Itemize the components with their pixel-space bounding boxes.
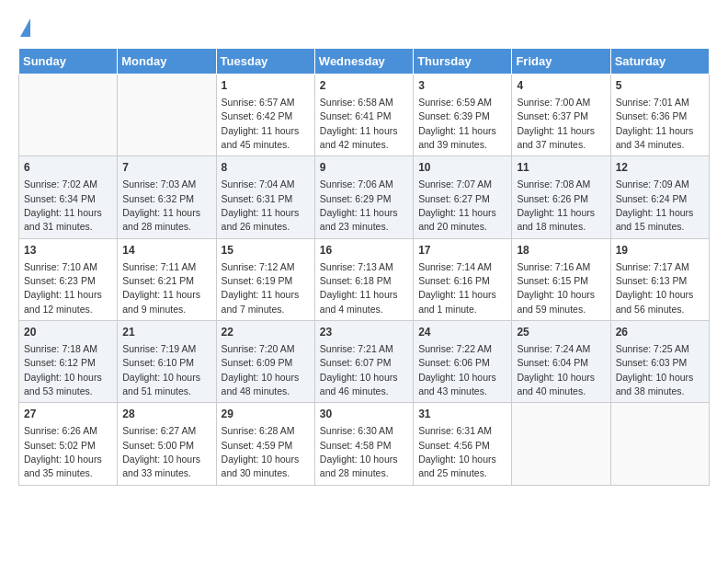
day-number: 6: [24, 160, 112, 176]
day-number: 11: [517, 160, 605, 176]
day-info: Sunrise: 7:21 AM Sunset: 6:07 PM Dayligh…: [320, 343, 398, 396]
day-number: 10: [418, 160, 506, 176]
calendar-week-row: 1Sunrise: 6:57 AM Sunset: 6:42 PM Daylig…: [19, 75, 710, 156]
calendar-day-cell: 24Sunrise: 7:22 AM Sunset: 6:06 PM Dayli…: [414, 321, 512, 403]
calendar-day-cell: 15Sunrise: 7:12 AM Sunset: 6:19 PM Dayli…: [216, 238, 314, 320]
day-number: 17: [418, 243, 506, 259]
day-info: Sunrise: 7:24 AM Sunset: 6:04 PM Dayligh…: [517, 343, 595, 396]
calendar-day-cell: 7Sunrise: 7:03 AM Sunset: 6:32 PM Daylig…: [118, 156, 216, 238]
day-number: 8: [222, 160, 310, 176]
day-info: Sunrise: 7:01 AM Sunset: 6:36 PM Dayligh…: [616, 97, 694, 150]
day-info: Sunrise: 7:04 AM Sunset: 6:31 PM Dayligh…: [222, 178, 300, 232]
day-info: Sunrise: 7:20 AM Sunset: 6:09 PM Dayligh…: [222, 343, 300, 396]
calendar-day-cell: 16Sunrise: 7:13 AM Sunset: 6:18 PM Dayli…: [314, 238, 413, 320]
calendar-day-cell: 3Sunrise: 6:59 AM Sunset: 6:39 PM Daylig…: [414, 75, 512, 156]
day-number: 22: [222, 325, 310, 340]
day-number: 15: [222, 243, 310, 259]
logo-triangle-icon: [20, 18, 30, 37]
day-number: 3: [418, 78, 506, 94]
day-info: Sunrise: 7:12 AM Sunset: 6:19 PM Dayligh…: [222, 261, 300, 315]
calendar-day-cell: 6Sunrise: 7:02 AM Sunset: 6:34 PM Daylig…: [19, 156, 118, 238]
weekday-header-thursday: Thursday: [414, 49, 512, 75]
day-number: 24: [418, 325, 506, 340]
weekday-header-sunday: Sunday: [19, 49, 118, 75]
day-number: 26: [616, 325, 704, 340]
calendar-day-cell: [118, 75, 216, 156]
day-info: Sunrise: 7:25 AM Sunset: 6:03 PM Dayligh…: [616, 343, 694, 396]
weekday-header-friday: Friday: [512, 49, 610, 75]
day-info: Sunrise: 6:30 AM Sunset: 4:58 PM Dayligh…: [320, 425, 398, 478]
logo: [18, 18, 30, 39]
calendar-day-cell: 30Sunrise: 6:30 AM Sunset: 4:58 PM Dayli…: [314, 403, 413, 485]
day-number: 14: [122, 243, 210, 259]
day-info: Sunrise: 6:58 AM Sunset: 6:41 PM Dayligh…: [320, 97, 398, 150]
calendar-day-cell: 2Sunrise: 6:58 AM Sunset: 6:41 PM Daylig…: [314, 75, 413, 156]
calendar-day-cell: 13Sunrise: 7:10 AM Sunset: 6:23 PM Dayli…: [19, 238, 118, 320]
calendar-week-row: 6Sunrise: 7:02 AM Sunset: 6:34 PM Daylig…: [19, 156, 710, 238]
page-header: [18, 18, 710, 39]
calendar-day-cell: 19Sunrise: 7:17 AM Sunset: 6:13 PM Dayli…: [610, 238, 709, 320]
day-info: Sunrise: 7:19 AM Sunset: 6:10 PM Dayligh…: [122, 343, 200, 396]
calendar-day-cell: 4Sunrise: 7:00 AM Sunset: 6:37 PM Daylig…: [512, 75, 610, 156]
day-number: 25: [517, 325, 605, 340]
day-info: Sunrise: 7:09 AM Sunset: 6:24 PM Dayligh…: [616, 178, 694, 232]
day-number: 18: [517, 243, 605, 259]
calendar-day-cell: 31Sunrise: 6:31 AM Sunset: 4:56 PM Dayli…: [414, 403, 512, 485]
calendar-day-cell: 21Sunrise: 7:19 AM Sunset: 6:10 PM Dayli…: [118, 321, 216, 403]
calendar-day-cell: 5Sunrise: 7:01 AM Sunset: 6:36 PM Daylig…: [610, 75, 709, 156]
calendar-day-cell: 9Sunrise: 7:06 AM Sunset: 6:29 PM Daylig…: [314, 156, 413, 238]
day-number: 20: [24, 325, 112, 340]
weekday-header-tuesday: Tuesday: [216, 49, 314, 75]
day-number: 7: [122, 160, 210, 176]
day-number: 30: [320, 407, 408, 422]
day-number: 2: [320, 78, 408, 94]
day-info: Sunrise: 7:03 AM Sunset: 6:32 PM Dayligh…: [122, 178, 200, 232]
day-number: 21: [122, 325, 210, 340]
calendar-day-cell: 14Sunrise: 7:11 AM Sunset: 6:21 PM Dayli…: [118, 238, 216, 320]
day-number: 13: [24, 243, 112, 259]
calendar-day-cell: 29Sunrise: 6:28 AM Sunset: 4:59 PM Dayli…: [216, 403, 314, 485]
day-number: 19: [616, 243, 704, 259]
calendar-day-cell: 27Sunrise: 6:26 AM Sunset: 5:02 PM Dayli…: [19, 403, 118, 485]
day-info: Sunrise: 6:28 AM Sunset: 4:59 PM Dayligh…: [222, 425, 300, 478]
weekday-header-monday: Monday: [118, 49, 216, 75]
day-number: 4: [517, 78, 605, 94]
calendar-day-cell: 22Sunrise: 7:20 AM Sunset: 6:09 PM Dayli…: [216, 321, 314, 403]
calendar-day-cell: 11Sunrise: 7:08 AM Sunset: 6:26 PM Dayli…: [512, 156, 610, 238]
calendar-day-cell: 26Sunrise: 7:25 AM Sunset: 6:03 PM Dayli…: [610, 321, 709, 403]
calendar-day-cell: 18Sunrise: 7:16 AM Sunset: 6:15 PM Dayli…: [512, 238, 610, 320]
weekday-header-wednesday: Wednesday: [314, 49, 413, 75]
day-number: 31: [418, 407, 506, 422]
day-info: Sunrise: 7:07 AM Sunset: 6:27 PM Dayligh…: [418, 178, 496, 232]
day-number: 9: [320, 160, 408, 176]
day-info: Sunrise: 7:06 AM Sunset: 6:29 PM Dayligh…: [320, 178, 398, 232]
day-info: Sunrise: 7:11 AM Sunset: 6:21 PM Dayligh…: [122, 261, 200, 315]
day-info: Sunrise: 7:18 AM Sunset: 6:12 PM Dayligh…: [24, 343, 102, 396]
day-number: 29: [222, 407, 310, 422]
calendar-week-row: 27Sunrise: 6:26 AM Sunset: 5:02 PM Dayli…: [19, 403, 710, 485]
day-info: Sunrise: 7:08 AM Sunset: 6:26 PM Dayligh…: [517, 178, 595, 232]
calendar-day-cell: 17Sunrise: 7:14 AM Sunset: 6:16 PM Dayli…: [414, 238, 512, 320]
day-info: Sunrise: 6:26 AM Sunset: 5:02 PM Dayligh…: [24, 425, 102, 478]
calendar-day-cell: 10Sunrise: 7:07 AM Sunset: 6:27 PM Dayli…: [414, 156, 512, 238]
day-number: 27: [24, 407, 112, 422]
day-info: Sunrise: 7:14 AM Sunset: 6:16 PM Dayligh…: [418, 261, 496, 315]
calendar-day-cell: 23Sunrise: 7:21 AM Sunset: 6:07 PM Dayli…: [314, 321, 413, 403]
day-info: Sunrise: 6:27 AM Sunset: 5:00 PM Dayligh…: [122, 425, 200, 478]
calendar-week-row: 13Sunrise: 7:10 AM Sunset: 6:23 PM Dayli…: [19, 238, 710, 320]
calendar-day-cell: 1Sunrise: 6:57 AM Sunset: 6:42 PM Daylig…: [216, 75, 314, 156]
calendar-day-cell: [610, 403, 709, 485]
day-info: Sunrise: 7:02 AM Sunset: 6:34 PM Dayligh…: [24, 178, 102, 232]
day-number: 23: [320, 325, 408, 340]
day-info: Sunrise: 6:57 AM Sunset: 6:42 PM Dayligh…: [222, 97, 300, 150]
calendar-day-cell: [512, 403, 610, 485]
day-number: 28: [122, 407, 210, 422]
calendar-day-cell: 20Sunrise: 7:18 AM Sunset: 6:12 PM Dayli…: [19, 321, 118, 403]
weekday-header-saturday: Saturday: [610, 49, 709, 75]
day-number: 16: [320, 243, 408, 259]
calendar-day-cell: 8Sunrise: 7:04 AM Sunset: 6:31 PM Daylig…: [216, 156, 314, 238]
calendar-week-row: 20Sunrise: 7:18 AM Sunset: 6:12 PM Dayli…: [19, 321, 710, 403]
day-info: Sunrise: 6:31 AM Sunset: 4:56 PM Dayligh…: [418, 425, 496, 478]
day-info: Sunrise: 7:16 AM Sunset: 6:15 PM Dayligh…: [517, 261, 595, 315]
day-info: Sunrise: 7:00 AM Sunset: 6:37 PM Dayligh…: [517, 97, 595, 150]
